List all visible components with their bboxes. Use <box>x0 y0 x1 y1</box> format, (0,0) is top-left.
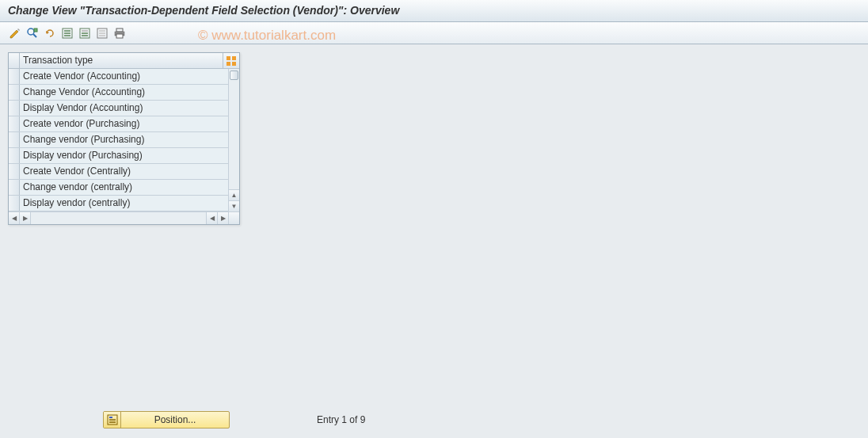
transaction-type-cell[interactable]: Create Vendor (Accounting) <box>20 69 228 84</box>
change-display-toggle-icon[interactable] <box>8 26 22 40</box>
scroll-left-icon[interactable]: ◀ <box>9 212 20 224</box>
scroll-up-icon[interactable]: ▲ <box>229 189 239 200</box>
svg-rect-8 <box>82 32 88 34</box>
table-header: Transaction type <box>9 53 239 69</box>
transaction-type-cell[interactable]: Change Vendor (Accounting) <box>20 85 228 100</box>
select-all-icon[interactable] <box>60 26 74 40</box>
transaction-type-cell[interactable]: Display Vendor (Accounting) <box>20 101 228 116</box>
svg-rect-3 <box>64 30 70 32</box>
table-row[interactable]: Change vendor (centrally) <box>9 180 228 196</box>
hscroll-corner <box>228 212 239 224</box>
entry-count-text: Entry 1 of 9 <box>317 414 365 425</box>
select-block-icon[interactable] <box>78 26 92 40</box>
table-row[interactable]: Display vendor (centrally) <box>9 196 228 211</box>
table-row[interactable]: Display vendor (Purchasing) <box>9 148 228 164</box>
svg-rect-20 <box>232 62 236 66</box>
svg-rect-11 <box>99 30 105 32</box>
transaction-type-table: Transaction type Create Vendor (Accounti… <box>8 52 240 225</box>
svg-rect-17 <box>227 56 230 60</box>
svg-rect-19 <box>227 62 230 66</box>
row-selector[interactable] <box>9 101 20 116</box>
position-button[interactable]: Position... <box>103 411 230 428</box>
transaction-type-cell[interactable]: Display vendor (centrally) <box>20 196 228 211</box>
svg-rect-9 <box>82 35 88 36</box>
row-selector[interactable] <box>9 196 20 211</box>
row-selector[interactable] <box>9 85 20 100</box>
svg-rect-12 <box>99 32 105 34</box>
footer-bar: Position... Entry 1 of 9 <box>103 411 365 428</box>
svg-rect-24 <box>109 421 116 421</box>
row-selector[interactable] <box>9 69 20 84</box>
svg-rect-1 <box>34 29 37 32</box>
row-selector[interactable] <box>9 132 20 147</box>
svg-rect-13 <box>99 35 105 36</box>
undo-icon[interactable] <box>43 26 57 40</box>
svg-rect-22 <box>109 417 112 418</box>
deselect-all-icon[interactable] <box>95 26 109 40</box>
transaction-type-cell[interactable]: Change vendor (Purchasing) <box>20 132 228 147</box>
scroll-left2-icon[interactable]: ◀ <box>206 212 217 224</box>
toolbar <box>0 22 868 44</box>
svg-rect-5 <box>64 35 70 36</box>
svg-rect-16 <box>116 34 123 38</box>
transaction-type-cell[interactable]: Display vendor (Purchasing) <box>20 148 228 163</box>
svg-rect-14 <box>116 29 123 32</box>
table-row[interactable]: Create Vendor (Accounting) <box>9 69 228 85</box>
table-body: Create Vendor (Accounting)Change Vendor … <box>9 69 228 211</box>
svg-rect-4 <box>64 32 70 34</box>
row-selector[interactable] <box>9 164 20 179</box>
table-row[interactable]: Create vendor (Purchasing) <box>9 116 228 132</box>
vertical-scrollbar[interactable]: ▲ ▼ <box>228 69 239 211</box>
table-header-marker[interactable] <box>9 53 20 68</box>
column-header-transaction-type[interactable]: Transaction type <box>20 53 223 68</box>
svg-rect-7 <box>82 30 88 32</box>
transaction-type-cell[interactable]: Create Vendor (Centrally) <box>20 164 228 179</box>
position-button-label: Position... <box>121 414 229 425</box>
table-row[interactable]: Change vendor (Purchasing) <box>9 132 228 148</box>
table-row[interactable]: Change Vendor (Accounting) <box>9 85 228 101</box>
content-area: Transaction type Create Vendor (Accounti… <box>0 44 868 438</box>
other-view-icon[interactable] <box>25 26 40 40</box>
vscroll-thumb[interactable] <box>230 70 238 80</box>
horizontal-scrollbar[interactable]: ◀ ▶ ◀ ▶ <box>9 211 239 224</box>
scroll-right-icon[interactable]: ▶ <box>20 212 31 224</box>
print-icon[interactable] <box>112 26 127 40</box>
row-selector[interactable] <box>9 180 20 195</box>
scroll-right2-icon[interactable]: ▶ <box>217 212 228 224</box>
transaction-type-cell[interactable]: Create vendor (Purchasing) <box>20 116 228 131</box>
page-title: Change View "Transaction-Dependent Field… <box>0 0 868 22</box>
table-row[interactable]: Create Vendor (Centrally) <box>9 164 228 180</box>
svg-rect-18 <box>232 56 236 60</box>
svg-rect-25 <box>109 422 116 423</box>
transaction-type-cell[interactable]: Change vendor (centrally) <box>20 180 228 195</box>
svg-point-0 <box>28 29 34 35</box>
svg-rect-23 <box>109 419 116 420</box>
scroll-down-icon[interactable]: ▼ <box>229 200 239 211</box>
table-row[interactable]: Display Vendor (Accounting) <box>9 101 228 116</box>
row-selector[interactable] <box>9 148 20 163</box>
row-selector[interactable] <box>9 116 20 131</box>
table-config-icon[interactable] <box>223 53 239 68</box>
position-icon <box>104 412 121 428</box>
